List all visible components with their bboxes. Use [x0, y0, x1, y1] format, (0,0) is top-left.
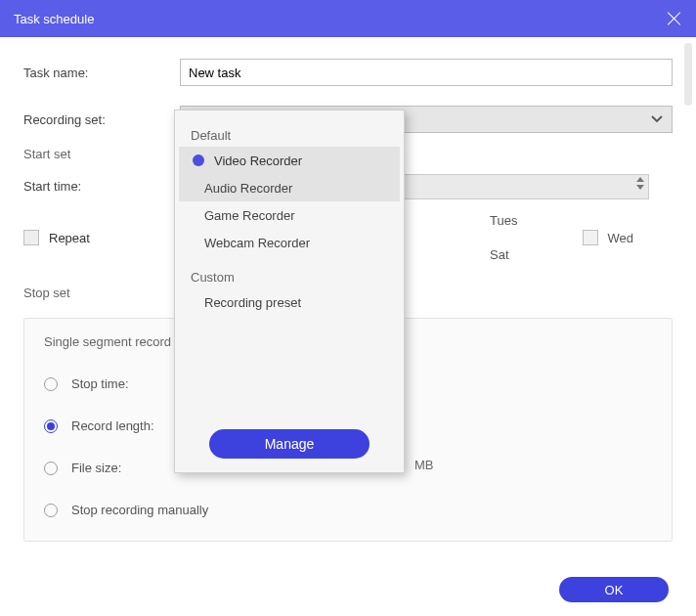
ok-button[interactable]: OK	[559, 577, 669, 602]
radio-stop-manual[interactable]	[44, 504, 58, 517]
radio-record-length[interactable]	[44, 419, 58, 433]
radio-stop-time-label: Stop time:	[71, 376, 129, 391]
file-size-unit: MB	[414, 458, 434, 472]
dropdown-item-preset[interactable]: Recording preset	[179, 288, 400, 316]
radio-file-size[interactable]	[44, 462, 58, 475]
titlebar: Task schedule	[0, 0, 696, 37]
dropdown-item-game[interactable]: Game Recorder	[179, 201, 400, 229]
dropdown-group-default: Default	[179, 120, 400, 147]
day-sat-label: Sat	[490, 247, 509, 262]
manage-button-label: Manage	[265, 436, 315, 452]
recording-set-dropdown: Default Video Recorder Audio Recorder Ga…	[174, 110, 405, 473]
dropdown-group-custom: Custom	[179, 262, 400, 288]
radio-stop-time[interactable]	[44, 377, 58, 391]
dropdown-item-webcam-label: Webcam Recorder	[204, 236, 310, 250]
day-tues-label: Tues	[490, 213, 517, 228]
dropdown-item-audio-label: Audio Recorder	[204, 181, 292, 196]
day-wed-label: Wed	[608, 231, 634, 245]
repeat-checkbox[interactable]	[23, 230, 39, 245]
dropdown-item-game-label: Game Recorder	[204, 208, 294, 223]
manage-button[interactable]: Manage	[209, 429, 370, 459]
dropdown-item-webcam[interactable]: Webcam Recorder	[179, 229, 400, 256]
recording-set-label: Recording set:	[23, 112, 180, 127]
spinner-up-icon[interactable]	[636, 177, 644, 182]
start-time-label: Start time:	[23, 179, 180, 194]
ok-button-label: OK	[605, 583, 624, 597]
radio-record-length-label: Record length:	[71, 418, 154, 433]
task-name-label: Task name:	[23, 66, 180, 80]
radio-stop-manual-label: Stop recording manually	[71, 503, 208, 517]
window-title: Task schedule	[14, 12, 94, 26]
spinner-down-icon[interactable]	[636, 185, 644, 190]
dropdown-item-audio[interactable]: Audio Recorder	[179, 174, 400, 201]
radio-file-size-label: File size:	[71, 461, 121, 475]
day-wed-checkbox[interactable]	[583, 230, 598, 245]
task-name-input[interactable]	[180, 59, 673, 86]
dropdown-item-video[interactable]: Video Recorder	[179, 147, 400, 174]
days-fragment: Tues Sat Wed	[490, 213, 633, 262]
close-icon[interactable]	[665, 10, 682, 27]
chevron-down-icon	[650, 112, 664, 126]
dropdown-item-preset-label: Recording preset	[204, 295, 301, 310]
repeat-label: Repeat	[49, 231, 90, 245]
dropdown-item-video-label: Video Recorder	[214, 154, 302, 168]
selected-bullet-icon	[193, 154, 204, 166]
